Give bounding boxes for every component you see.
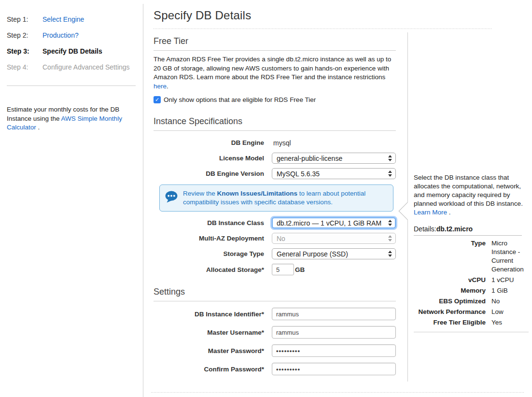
db-instance-identifier-row: DB Instance Identifier*: [154, 308, 396, 320]
help-paragraph: Select the DB instance class that alloca…: [414, 173, 530, 217]
wizard-steps: Step 1: Select Engine Step 2: Production…: [7, 14, 137, 78]
step-1-link[interactable]: Select Engine: [42, 14, 84, 25]
step-3-row: Step 3: Specify DB Details: [7, 46, 137, 57]
allocated-storage-control: GB: [272, 264, 396, 275]
ebs-optimized-value: No: [491, 297, 529, 306]
db-instance-class-row: DB Instance Class db.t2.micro — 1 vCPU, …: [154, 217, 396, 228]
left-vertical-divider: [143, 4, 143, 397]
license-model-row: License Model general-public-license: [154, 153, 396, 164]
multi-az-row: Multi-AZ Deployment No: [154, 233, 396, 244]
table-row: Network Performance Low: [414, 307, 529, 317]
instance-specs-form: DB Engine mysql License Model general-pu…: [154, 137, 396, 275]
free-tier-eligible-value: Yes: [491, 318, 529, 327]
bottom-rule: [151, 392, 524, 393]
confirm-password-label: Confirm Password*: [154, 366, 264, 373]
ebs-optimized-label: EBS Optimized: [414, 297, 486, 306]
allocated-storage-input[interactable]: [272, 264, 294, 275]
confirm-password-input[interactable]: [272, 363, 396, 375]
main-content: Specify DB Details Free Tier The Amazon …: [154, 9, 396, 381]
free-tier-paragraph: The Amazon RDS Free Tier provides a sing…: [154, 55, 395, 91]
table-row: Free Tier Eligible Yes: [414, 317, 529, 328]
allocated-storage-row: Allocated Storage* GB: [154, 264, 396, 275]
storage-type-select[interactable]: General Purpose (SSD): [272, 248, 396, 259]
step-2-label: Step 2:: [7, 30, 42, 41]
storage-type-label: Storage Type: [154, 250, 264, 257]
free-tier-text: The Amazon RDS Free Tier provides a sing…: [154, 56, 391, 81]
step-4-title: Configure Advanced Settings: [42, 62, 130, 72]
help-period: .: [447, 209, 451, 216]
details-heading: Details:db.t2.micro: [414, 225, 522, 236]
cost-note-suffix: .: [36, 124, 40, 131]
learn-more-link[interactable]: Learn More: [414, 209, 447, 216]
allocated-storage-unit: GB: [295, 266, 305, 273]
network-performance-label: Network Performance: [414, 308, 486, 316]
db-engine-label: DB Engine: [154, 139, 264, 146]
step-2-link[interactable]: Production?: [42, 30, 79, 41]
sidebar-divider: [7, 85, 136, 86]
db-engine-version-value: MySQL 5.6.35: [277, 170, 320, 178]
storage-type-value: General Purpose (SSD): [277, 250, 348, 258]
known-issues-callout: Review the Known Issues/Limitations to l…: [159, 184, 393, 212]
storage-type-row: Storage Type General Purpose (SSD): [154, 248, 396, 259]
stepper-arrows-icon: [388, 170, 392, 177]
master-username-input[interactable]: [272, 326, 396, 339]
db-engine-row: DB Engine mysql: [154, 137, 396, 148]
table-row: Type Micro Instance - Current Generation: [414, 238, 529, 275]
vcpu-value: 1 vCPU: [491, 276, 529, 284]
callout-text: Review the Known Issues/Limitations to l…: [183, 189, 387, 207]
free-tier-checkbox-row: ✓ Only show options that are eligible fo…: [154, 96, 396, 103]
known-issues-link[interactable]: Known Issues/Limitations: [217, 190, 298, 197]
db-instance-identifier-input[interactable]: [272, 308, 396, 320]
page-title: Specify DB Details: [154, 9, 396, 22]
license-model-value: general-public-license: [277, 155, 342, 162]
checkbox-check-icon: ✓: [155, 97, 159, 102]
step-1-label: Step 1:: [7, 14, 42, 25]
free-tier-heading: Free Tier: [154, 36, 396, 51]
license-model-label: License Model: [154, 155, 264, 162]
master-password-label: Master Password*: [154, 347, 264, 354]
details-value: db.t2.micro: [436, 225, 473, 233]
table-row: vCPU 1 vCPU: [414, 275, 529, 285]
db-instance-class-select[interactable]: db.t2.micro — 1 vCPU, 1 GiB RAM: [272, 217, 396, 228]
master-password-row: Master Password*: [154, 344, 396, 357]
db-engine-value: mysql: [272, 139, 396, 147]
master-username-label: Master Username*: [154, 329, 264, 336]
details-table: Type Micro Instance - Current Generation…: [414, 238, 529, 332]
stepper-arrows-icon: [388, 251, 392, 257]
db-instance-class-label: DB Instance Class: [154, 219, 264, 227]
multi-az-label: Multi-AZ Deployment: [154, 235, 264, 242]
master-username-row: Master Username*: [154, 326, 396, 339]
db-engine-version-row: DB Engine Version MySQL 5.6.35: [154, 168, 396, 179]
memory-label: Memory: [414, 286, 486, 295]
db-instance-identifier-label: DB Instance Identifier*: [154, 311, 264, 318]
free-tier-eligible-label: Free Tier Eligible: [414, 318, 486, 327]
stepper-arrows-icon: [388, 155, 392, 161]
stepper-arrows-icon: [388, 235, 392, 241]
license-model-select[interactable]: general-public-license: [272, 153, 396, 164]
memory-value: 1 GiB: [491, 286, 529, 295]
multi-az-value: No: [277, 235, 285, 242]
free-tier-checkbox-label: Only show options that are eligible for …: [164, 96, 316, 103]
free-tier-checkbox[interactable]: ✓: [154, 96, 161, 103]
master-password-input[interactable]: [272, 344, 396, 357]
help-text: Select the DB instance class that alloca…: [414, 174, 523, 207]
db-engine-version-select[interactable]: MySQL 5.6.35: [272, 168, 396, 179]
free-tier-period: .: [167, 83, 168, 90]
network-performance-value: Low: [491, 308, 529, 316]
instance-class-help-panel: Select the DB instance class that alloca…: [414, 173, 530, 332]
callout-prefix: Review the: [183, 190, 217, 197]
stepper-arrows-icon: [388, 220, 392, 226]
settings-heading: Settings: [154, 287, 396, 301]
cost-estimate-note: Estimate your monthly costs for the DB I…: [7, 105, 133, 132]
table-row: EBS Optimized No: [414, 296, 529, 307]
step-3-label: Step 3:: [7, 46, 42, 57]
title-rule: [154, 28, 492, 29]
allocated-storage-label: Allocated Storage*: [154, 266, 264, 273]
details-label: Details:: [414, 225, 436, 233]
vcpu-label: vCPU: [414, 276, 486, 284]
multi-az-select: No: [272, 233, 396, 244]
step-3-title: Specify DB Details: [42, 46, 102, 57]
step-1-row: Step 1: Select Engine: [7, 14, 137, 25]
type-label: Type: [414, 239, 486, 274]
free-tier-here-link[interactable]: here: [154, 83, 167, 90]
